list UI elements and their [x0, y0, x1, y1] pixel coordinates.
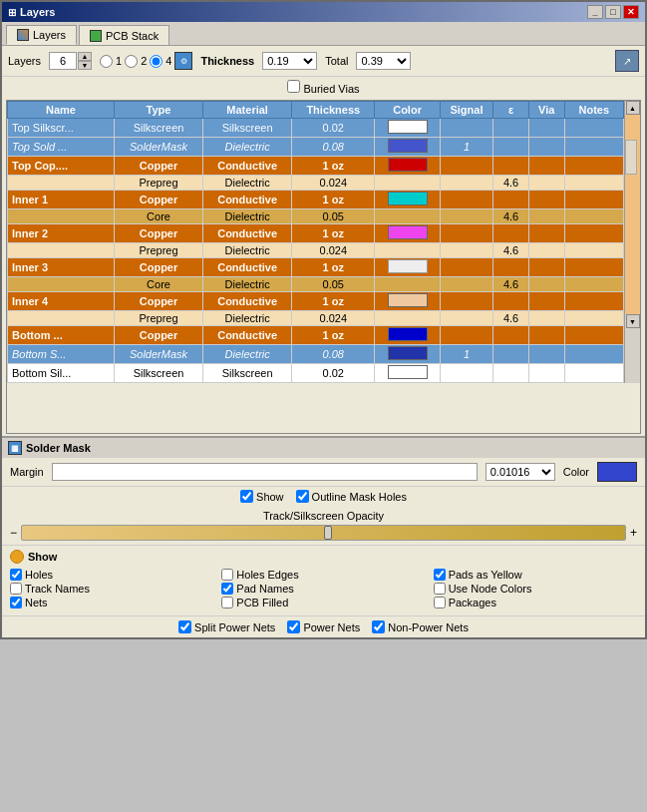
col-header-material: Material [203, 102, 292, 119]
tab-bar: Layers PCB Stack [2, 22, 645, 46]
checkbox-packages: Packages [434, 597, 637, 609]
checkbox-track-names: Track Names [10, 583, 213, 595]
table-row[interactable]: Core Dielectric 0.05 4.6 [8, 209, 624, 224]
outline-checkbox[interactable] [296, 490, 309, 503]
margin-spinner[interactable]: 0.01016 [485, 463, 555, 481]
checkbox-pad-names: Pad Names [221, 583, 425, 595]
layers-window: ⊞ Layers _ □ ✕ Layers PCB Stack Layers ▲… [0, 0, 647, 639]
split-power-nets-checkbox[interactable] [178, 620, 191, 633]
export-button[interactable]: ↗ [615, 50, 639, 72]
scroll-track [625, 115, 640, 314]
total-dropdown[interactable]: 0.39 [356, 52, 411, 70]
scroll-thumb[interactable] [625, 140, 637, 175]
checkbox-nets: Nets [10, 597, 213, 609]
margin-input[interactable] [52, 463, 478, 481]
opacity-minus[interactable]: − [10, 526, 17, 540]
table-row[interactable]: Inner 4 Copper Conductive 1 oz [8, 292, 624, 311]
col-header-epsilon: ε [493, 102, 529, 119]
radio-1[interactable] [100, 55, 113, 68]
table-scrollbar[interactable]: ▲ ▼ [624, 101, 640, 383]
layers-table: Name Type Material Thickness Color Signa… [7, 101, 624, 383]
col-header-color: Color [375, 102, 440, 119]
table-row[interactable]: Inner 2 Copper Conductive 1 oz [8, 224, 624, 243]
radio-2[interactable] [125, 55, 138, 68]
buried-vias-row: Buried Vias [2, 77, 645, 98]
margin-label: Margin [10, 466, 44, 478]
solder-mask-icon: ▦ [8, 441, 22, 455]
radio-4[interactable] [150, 55, 162, 68]
show-label: Show [256, 491, 284, 503]
opacity-plus[interactable]: + [630, 526, 637, 540]
col-header-type: Type [114, 102, 202, 119]
solder-mask-options-row: Show Outline Mask Holes [2, 487, 645, 506]
col-header-notes: Notes [564, 102, 624, 119]
color-label: Color [563, 466, 589, 478]
show-checkbox[interactable] [240, 490, 253, 503]
table-row[interactable]: Top Sold ... SolderMask Dielectric 0.08 … [8, 138, 624, 157]
layers-up[interactable]: ▲ [78, 52, 92, 61]
show-section: Show Holes Holes Edges Pads as Yellow Tr… [2, 546, 645, 615]
total-label: Total [325, 55, 348, 67]
col-header-thickness: Thickness [292, 102, 375, 119]
outline-label: Outline Mask Holes [312, 491, 407, 503]
opacity-label: Track/Silkscreen Opacity [10, 510, 637, 522]
checkbox-holes: Holes [10, 569, 213, 581]
table-row[interactable]: Top Cop.... Copper Conductive 1 oz [8, 157, 624, 176]
table-row[interactable]: Bottom Sil... Silkscreen Silkscreen 0.02 [8, 364, 624, 383]
col-header-via: Via [528, 102, 564, 119]
show-indicator [10, 550, 24, 564]
table-row[interactable]: Top Silkscr... Silkscreen Silkscreen 0.0… [8, 119, 624, 138]
solder-mask-label: Solder Mask [26, 442, 91, 454]
table-row[interactable]: Prepreg Dielectric 0.024 4.6 [8, 176, 624, 191]
tab-layers[interactable]: Layers [6, 25, 77, 45]
thickness-dropdown[interactable]: 0.19 [262, 52, 317, 70]
checkbox-holes-edges: Holes Edges [221, 569, 425, 581]
scroll-up[interactable]: ▲ [626, 101, 640, 115]
table-row[interactable]: Prepreg Dielectric 0.024 4.6 [8, 311, 624, 326]
minimize-button[interactable]: _ [587, 5, 603, 19]
layers-input[interactable] [49, 52, 77, 70]
table-row[interactable]: Inner 3 Copper Conductive 1 oz [8, 258, 624, 277]
table-row[interactable]: Bottom ... Copper Conductive 1 oz [8, 326, 624, 345]
opacity-section: Track/Silkscreen Opacity − + [2, 506, 645, 546]
solder-mask-header: ▦ Solder Mask [2, 436, 645, 458]
table-row[interactable]: Inner 1 Copper Conductive 1 oz [8, 191, 624, 209]
show-section-label: Show [28, 551, 57, 563]
table-empty-space [7, 383, 640, 433]
table-row[interactable]: Prepreg Dielectric 0.024 4.6 [8, 243, 624, 258]
title-bar: ⊞ Layers _ □ ✕ [2, 2, 645, 22]
opacity-slider-thumb[interactable] [324, 526, 332, 540]
power-nets-checkbox[interactable] [287, 620, 300, 633]
opacity-slider-track[interactable] [21, 525, 626, 541]
layer-radio-group: 1 2 4 ⚙ [100, 52, 192, 70]
checkboxes-grid: Holes Holes Edges Pads as Yellow Track N… [10, 566, 637, 611]
total-select[interactable]: 0.39 [356, 52, 411, 70]
solder-mask-margin-row: Margin 0.01016 Color [2, 458, 645, 487]
thickness-label: Thickness [200, 55, 254, 67]
maximize-button[interactable]: □ [605, 5, 621, 19]
show-row: Show [10, 550, 637, 564]
buried-vias-checkbox[interactable] [287, 80, 300, 93]
buried-vias-label: Buried Vias [304, 83, 360, 95]
thickness-select[interactable]: 0.19 [262, 52, 317, 70]
non-power-nets-checkbox[interactable] [372, 620, 385, 633]
toolbar: Layers ▲ ▼ 1 2 4 ⚙ Thickness 0.19 Total … [2, 46, 645, 77]
checkbox-pcb-filled: PCB Filled [221, 597, 425, 609]
color-swatch-solder[interactable] [597, 462, 637, 482]
layers-down[interactable]: ▼ [78, 61, 92, 70]
scroll-down[interactable]: ▼ [626, 314, 640, 328]
table-row[interactable]: Core Dielectric 0.05 4.6 [8, 277, 624, 292]
checkbox-pads-yellow: Pads as Yellow [434, 569, 637, 581]
close-button[interactable]: ✕ [623, 5, 639, 19]
window-controls: _ □ ✕ [587, 5, 639, 19]
bottom-checkboxes-row: Split Power Nets Power Nets Non-Power Ne… [2, 615, 645, 637]
checkbox-node-colors: Use Node Colors [434, 583, 637, 595]
table-row[interactable]: Bottom S... SolderMask Dielectric 0.08 1 [8, 345, 624, 364]
layers-spinner[interactable]: ▲ ▼ [49, 52, 92, 70]
col-header-signal: Signal [440, 102, 492, 119]
tab-pcb-stack[interactable]: PCB Stack [79, 25, 169, 45]
window-title: Layers [20, 6, 55, 18]
layers-label: Layers [8, 55, 41, 67]
col-header-name: Name [8, 102, 115, 119]
